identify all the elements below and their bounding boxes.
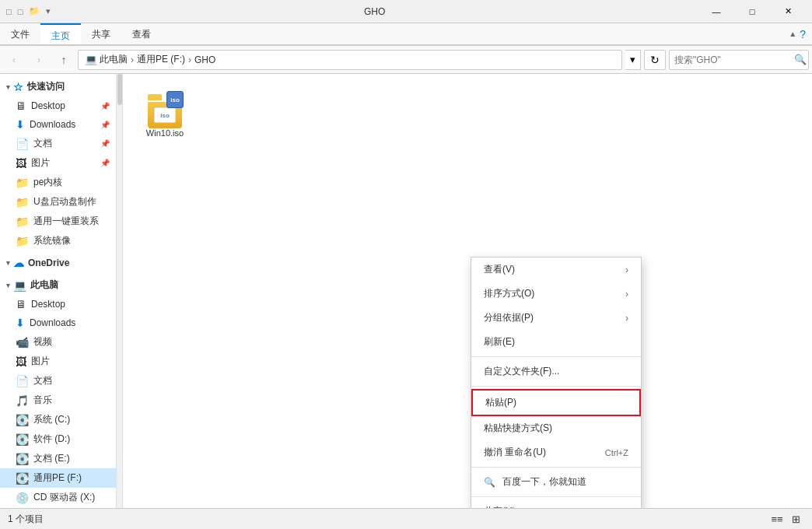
ctx-label-group: 分组依据(P) bbox=[484, 311, 534, 324]
this-pc-header[interactable]: ▾ 💻 此电脑 bbox=[0, 275, 116, 295]
breadcrumb-folder[interactable]: GHO bbox=[194, 54, 215, 65]
pictures-icon: 🖼 bbox=[16, 157, 26, 170]
scrollbar-thumb[interactable] bbox=[117, 74, 122, 105]
close-button[interactable]: ✕ bbox=[770, 0, 806, 23]
downloads-icon-pc: ⬇ bbox=[16, 317, 25, 329]
tab-file[interactable]: 文件 bbox=[0, 23, 40, 44]
this-pc-section: ▾ 💻 此电脑 🖥 Desktop ⬇ Downloads 📹 视频 🖼 图片 bbox=[0, 275, 116, 507]
sidebar-item-music-pc[interactable]: 🎵 音乐 bbox=[0, 391, 116, 410]
title-bar-icon1: □ bbox=[6, 7, 12, 16]
ctx-item-customize[interactable]: 自定义文件夹(F)... bbox=[471, 359, 641, 384]
back-button[interactable]: ‹ bbox=[3, 49, 25, 71]
ctx-arrow-share: › bbox=[625, 506, 628, 509]
ctx-item-group[interactable]: 分组依据(P) › bbox=[471, 306, 641, 330]
sidebar-scrollbar[interactable] bbox=[117, 74, 123, 508]
quick-access-section: ▾ ☆ 快速访问 🖥 Desktop 📌 ⬇ Downloads 📌 📄 文档 … bbox=[0, 77, 116, 250]
sidebar-item-sysimage-quick[interactable]: 📁 系统镜像 bbox=[0, 231, 116, 250]
ctx-label-undo: 撤消 重命名(U) bbox=[484, 446, 546, 459]
title-bar: □ □ 📁 ▾ GHO — □ ✕ bbox=[0, 0, 812, 23]
sidebar-item-desktop-pc[interactable]: 🖥 Desktop bbox=[0, 295, 116, 314]
pictures-icon-pc: 🖼 bbox=[16, 356, 26, 368]
desktop-icon: 🖥 bbox=[16, 100, 26, 112]
desktop-icon-pc: 🖥 bbox=[16, 298, 26, 310]
pe-folder-icon: 📁 bbox=[16, 177, 29, 189]
sidebar-item-downloads-quick[interactable]: ⬇ Downloads 📌 bbox=[0, 115, 116, 134]
address-path[interactable]: 💻 此电脑 › 通用PE (F:) › GHO bbox=[78, 50, 622, 70]
ctx-arrow-group: › bbox=[625, 313, 628, 324]
ribbon-tabs: 文件 主页 共享 查看 ▲ ? bbox=[0, 23, 812, 45]
sidebar-item-drive-d[interactable]: 💽 软件 (D:) bbox=[0, 429, 116, 449]
sidebar-item-drive-c[interactable]: 💽 系统 (C:) bbox=[0, 410, 116, 429]
window-title: GHO bbox=[51, 6, 698, 17]
up-button[interactable]: ↑ bbox=[53, 49, 75, 71]
breadcrumb-computer[interactable]: 💻 此电脑 bbox=[85, 53, 128, 66]
ctx-item-view[interactable]: 查看(V) › bbox=[471, 257, 641, 282]
ctx-item-share[interactable]: 共享(H) › bbox=[471, 499, 641, 508]
file-item-win10iso[interactable]: iso iso Win10.iso bbox=[134, 85, 196, 144]
breadcrumb-drive[interactable]: 通用PE (F:) bbox=[137, 53, 185, 66]
ctx-item-undo[interactable]: 撤消 重命名(U) Ctrl+Z bbox=[471, 440, 641, 464]
onedrive-section: ▾ ☁ OneDrive bbox=[0, 254, 116, 272]
drive-f-icon: 💽 bbox=[16, 472, 29, 485]
sidebar-item-documents-pc[interactable]: 📄 文档 bbox=[0, 371, 116, 391]
sidebar-item-drive-f[interactable]: 💽 通用PE (F:) bbox=[0, 468, 116, 488]
main-layout: ▾ ☆ 快速访问 🖥 Desktop 📌 ⬇ Downloads 📌 📄 文档 … bbox=[0, 74, 812, 508]
reinstall-folder-icon: 📁 bbox=[16, 215, 29, 228]
help-icon[interactable]: ? bbox=[800, 28, 806, 40]
iso-text: iso bbox=[160, 112, 170, 119]
view-btn-grid[interactable]: ⊞ bbox=[787, 511, 804, 528]
search-icon: 🔍 bbox=[794, 54, 807, 65]
sidebar-item-pe-quick[interactable]: 📁 pe内核 bbox=[0, 173, 116, 192]
ctx-item-refresh[interactable]: 刷新(E) bbox=[471, 330, 641, 354]
this-pc-expand-icon: ▾ bbox=[6, 282, 10, 289]
file-area[interactable]: iso iso Win10.iso 查看(V) › 排序方式(O) › 分组依据… bbox=[123, 74, 812, 508]
tab-share[interactable]: 共享 bbox=[81, 23, 121, 44]
pin-icon-2: 📌 bbox=[100, 121, 110, 129]
ctx-label-paste: 粘贴(P) bbox=[485, 396, 516, 409]
sidebar-item-drive-x[interactable]: 💿 CD 驱动器 (X:) bbox=[0, 488, 116, 507]
sidebar-item-videos-pc[interactable]: 📹 视频 bbox=[0, 332, 116, 352]
quick-access-header[interactable]: ▾ ☆ 快速访问 bbox=[0, 77, 116, 96]
search-input[interactable] bbox=[674, 54, 791, 65]
forward-button[interactable]: › bbox=[28, 49, 50, 71]
ctx-label-share: 共享(H) bbox=[484, 505, 516, 508]
refresh-button[interactable]: ↻ bbox=[644, 50, 666, 70]
sidebar-item-usb-quick[interactable]: 📁 U盘启动盘制作 bbox=[0, 192, 116, 212]
tab-view[interactable]: 查看 bbox=[121, 23, 162, 44]
address-bar: ‹ › ↑ 💻 此电脑 › 通用PE (F:) › GHO ▾ ↻ 🔍 bbox=[0, 46, 812, 74]
tab-home[interactable]: 主页 bbox=[40, 23, 81, 44]
onedrive-header[interactable]: ▾ ☁ OneDrive bbox=[0, 254, 116, 272]
ctx-label-paste-shortcut: 粘贴快捷方式(S) bbox=[484, 422, 552, 435]
view-btn-list[interactable]: ≡≡ bbox=[768, 511, 786, 528]
quick-access-expand-icon: ▾ bbox=[6, 83, 10, 91]
ctx-sep-4 bbox=[471, 496, 641, 497]
path-separator-2: › bbox=[188, 54, 191, 65]
path-separator-1: › bbox=[131, 54, 134, 65]
videos-icon-pc: 📹 bbox=[16, 336, 29, 349]
sidebar-item-documents-quick[interactable]: 📄 文档 📌 bbox=[0, 134, 116, 153]
minimize-button[interactable]: — bbox=[698, 0, 734, 23]
search-box[interactable]: 🔍 bbox=[669, 50, 809, 70]
ctx-sep-3 bbox=[471, 467, 641, 468]
star-icon: ☆ bbox=[13, 81, 23, 93]
view-buttons: ≡≡ ⊞ bbox=[768, 511, 804, 528]
sidebar-item-drive-e[interactable]: 💽 文档 (E:) bbox=[0, 449, 116, 468]
ctx-item-paste-shortcut[interactable]: 粘贴快捷方式(S) bbox=[471, 416, 641, 440]
ribbon-collapse-icon[interactable]: ▲ bbox=[789, 30, 796, 38]
sidebar-item-reinstall-quick[interactable]: 📁 通用一键重装系 bbox=[0, 212, 116, 231]
maximize-button[interactable]: □ bbox=[734, 0, 770, 23]
onedrive-expand-icon: ▾ bbox=[6, 259, 10, 267]
ctx-item-paste[interactable]: 粘贴(P) bbox=[471, 389, 641, 416]
ctx-item-sort[interactable]: 排序方式(O) › bbox=[471, 282, 641, 306]
sidebar-item-downloads-pc[interactable]: ⬇ Downloads bbox=[0, 314, 116, 332]
sidebar-item-pictures-quick[interactable]: 🖼 图片 📌 bbox=[0, 153, 116, 173]
ctx-item-baidu[interactable]: 🔍 百度一下，你就知道 bbox=[471, 470, 641, 494]
iso-icon: iso iso bbox=[146, 91, 184, 128]
music-icon-pc: 🎵 bbox=[16, 394, 29, 407]
sidebar-item-desktop-quick[interactable]: 🖥 Desktop 📌 bbox=[0, 96, 116, 115]
baidu-icon: 🔍 bbox=[484, 477, 496, 488]
usb-folder-icon: 📁 bbox=[16, 196, 29, 208]
address-dropdown[interactable]: ▾ bbox=[625, 50, 641, 70]
sidebar-item-pictures-pc[interactable]: 🖼 图片 bbox=[0, 352, 116, 371]
drive-c-icon: 💽 bbox=[16, 414, 29, 426]
